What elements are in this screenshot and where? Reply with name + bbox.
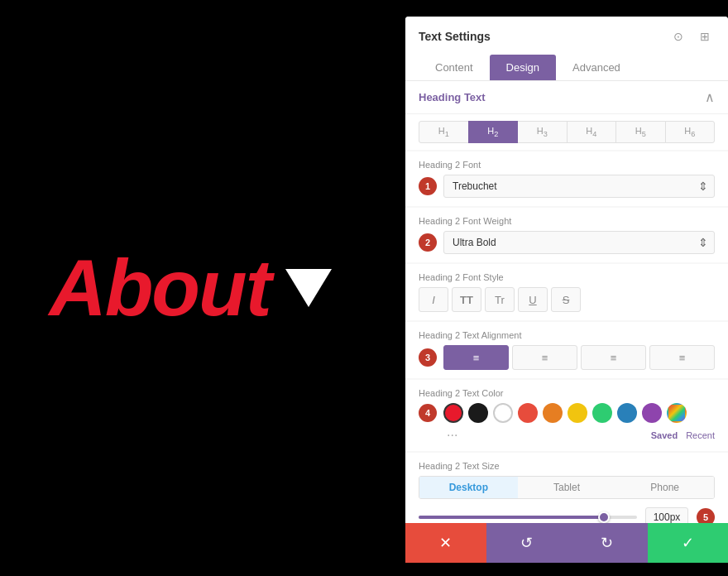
section-title: Heading Text — [419, 91, 486, 103]
style-italic-btn[interactable]: I — [419, 287, 448, 312]
badge-5: 5 — [697, 508, 715, 523]
style-capitalize-btn[interactable]: Tr — [485, 287, 515, 312]
heading2-size-label: Heading 2 Text Size — [419, 461, 715, 471]
align-center-btn[interactable]: ≡ — [512, 345, 577, 370]
heading2-alignment-section: Heading 2 Text Alignment 3 ≡ ≡ ≡ ≡ — [405, 322, 728, 378]
heading2-weight-label: Heading 2 Font Weight — [419, 216, 715, 226]
color-swatch-blue[interactable] — [617, 403, 637, 423]
align-left-btn[interactable]: ≡ — [443, 345, 509, 370]
h-tab-h1[interactable]: H1 — [419, 121, 469, 143]
color-swatch-purple[interactable] — [642, 403, 662, 423]
tab-design[interactable]: Design — [490, 55, 556, 80]
size-value-input[interactable] — [645, 507, 688, 523]
size-slider-track[interactable] — [419, 516, 637, 519]
triangle-icon — [285, 269, 332, 307]
h-tab-h5[interactable]: H5 — [615, 121, 666, 143]
tabs-row: Content Design Advanced — [419, 55, 715, 80]
style-buttons: I TT Tr U S — [419, 287, 715, 312]
panel-title: Text Settings — [419, 30, 491, 43]
heading2-weight-row: 2 Ultra Bold ⇕ — [419, 231, 715, 254]
tab-advanced[interactable]: Advanced — [556, 55, 637, 80]
recent-colors-link[interactable]: Recent — [686, 430, 715, 440]
cancel-button[interactable]: ✕ — [405, 523, 486, 563]
device-tabs: Desktop Tablet Phone — [419, 476, 715, 499]
align-right-btn[interactable]: ≡ — [581, 345, 646, 370]
redo-button[interactable]: ↻ — [567, 523, 648, 563]
heading2-color-section: Heading 2 Text Color 4 ··· — [405, 380, 728, 451]
badge-3: 3 — [419, 348, 437, 367]
panel-footer: ✕ ↺ ↻ ✓ — [405, 523, 728, 563]
h-tab-h3[interactable]: H3 — [517, 121, 568, 143]
style-underline-btn[interactable]: U — [518, 287, 548, 312]
heading2-font-select[interactable]: Trebuchet — [443, 175, 715, 198]
more-colors-icon[interactable]: ··· — [443, 428, 461, 443]
h-tabs-row: H1 H2 H3 H4 H5 H6 — [405, 114, 728, 150]
panel-header: Text Settings ⊙ ⊞ Content Design Advance… — [405, 17, 728, 81]
color-swatch-red[interactable] — [518, 403, 538, 423]
color-swatch-orange[interactable] — [543, 403, 563, 423]
about-heading: About — [49, 242, 270, 334]
heading2-size-section: Heading 2 Text Size Desktop Tablet Phone… — [405, 453, 728, 523]
panel-icons: ⊙ ⊞ — [668, 26, 715, 46]
heading2-size-slider-row: 5 — [419, 507, 715, 523]
settings-icon[interactable]: ⊙ — [668, 26, 688, 46]
device-tab-desktop[interactable]: Desktop — [419, 477, 518, 498]
heading2-style-section: Heading 2 Font Style I TT Tr U S — [405, 264, 728, 320]
heading2-weight-select-wrapper: Ultra Bold ⇕ — [443, 231, 715, 254]
heading2-font-label: Heading 2 Font — [419, 160, 715, 170]
color-swatches-row — [443, 403, 687, 423]
tab-content[interactable]: Content — [419, 55, 490, 80]
badge-2: 2 — [419, 233, 437, 252]
h-tab-h2[interactable]: H2 — [468, 121, 519, 143]
device-tab-phone[interactable]: Phone — [615, 477, 714, 498]
h-tab-h6[interactable]: H6 — [665, 121, 716, 143]
align-justify-btn[interactable]: ≡ — [649, 345, 715, 370]
text-settings-panel: Text Settings ⊙ ⊞ Content Design Advance… — [405, 17, 728, 563]
h-tab-h4[interactable]: H4 — [567, 121, 617, 143]
heading2-font-row: 1 Trebuchet ⇕ — [419, 175, 715, 198]
color-swatch-rainbow[interactable] — [667, 403, 687, 423]
badge-1: 1 — [419, 177, 437, 195]
heading2-font-section: Heading 2 Font 1 Trebuchet ⇕ — [405, 151, 728, 206]
size-slider-fill — [419, 516, 604, 519]
color-swatch-black[interactable] — [468, 403, 488, 423]
expand-icon[interactable]: ⊞ — [695, 26, 715, 46]
saved-colors-link[interactable]: Saved — [651, 430, 678, 440]
heading2-weight-section: Heading 2 Font Weight 2 Ultra Bold ⇕ — [405, 208, 728, 262]
badge-4: 4 — [419, 404, 437, 422]
color-swatch-active[interactable] — [443, 403, 463, 423]
align-buttons: ≡ ≡ ≡ ≡ — [443, 345, 715, 370]
heading-text-section: Heading Text ∧ H1 H2 H3 H4 H5 H6 — [405, 81, 728, 150]
heading2-weight-select[interactable]: Ultra Bold — [443, 231, 715, 254]
color-swatch-white[interactable] — [493, 403, 513, 423]
canvas-area: About — [0, 0, 381, 576]
color-swatch-yellow[interactable] — [568, 403, 587, 423]
style-strikethrough-btn[interactable]: S — [551, 287, 581, 312]
heading2-alignment-row: 3 ≡ ≡ ≡ ≡ — [419, 345, 715, 370]
size-slider-thumb[interactable] — [598, 511, 610, 523]
section-header: Heading Text ∧ — [405, 81, 728, 114]
heading2-font-select-wrapper: Trebuchet ⇕ — [443, 175, 715, 198]
heading2-color-label: Heading 2 Text Color — [419, 388, 715, 398]
heading2-style-label: Heading 2 Font Style — [419, 272, 715, 282]
style-uppercase-btn[interactable]: TT — [452, 287, 481, 312]
panel-body: Heading Text ∧ H1 H2 H3 H4 H5 H6 Heading… — [405, 81, 728, 523]
save-button[interactable]: ✓ — [648, 523, 729, 563]
color-swatch-green[interactable] — [592, 403, 612, 423]
section-collapse-icon[interactable]: ∧ — [705, 89, 715, 105]
device-tab-tablet[interactable]: Tablet — [518, 477, 616, 498]
heading2-alignment-label: Heading 2 Text Alignment — [419, 330, 715, 340]
heading2-color-row: 4 — [419, 403, 715, 423]
undo-button[interactable]: ↺ — [486, 523, 568, 563]
